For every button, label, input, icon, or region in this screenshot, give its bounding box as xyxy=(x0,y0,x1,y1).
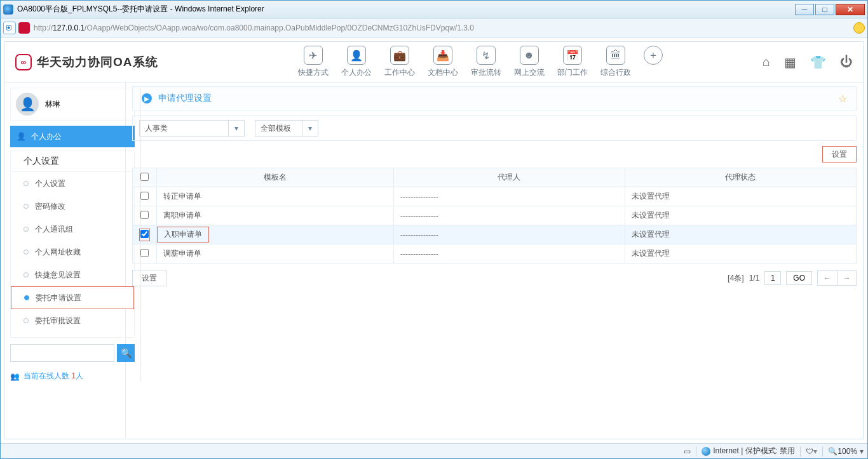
row-checkbox[interactable] xyxy=(140,211,149,219)
nav-label: 网上交流 xyxy=(514,67,545,78)
cell-status: 未设置代理 xyxy=(625,225,856,244)
plus-icon: ＋ xyxy=(644,46,663,65)
chevron-down-icon[interactable]: ▾ xyxy=(302,120,318,136)
nav-label: 快捷方式 xyxy=(298,67,329,78)
building-icon: 🏛 xyxy=(606,46,625,65)
home-icon[interactable]: ⌂ xyxy=(763,55,770,70)
nav-add[interactable]: ＋ xyxy=(644,46,663,78)
prev-page-button[interactable]: ← xyxy=(818,271,837,285)
site-favicon xyxy=(18,22,30,34)
category-value[interactable] xyxy=(139,120,228,136)
nav-label: 综合行政 xyxy=(600,67,631,78)
url-field[interactable]: http://127.0.0.1/OAapp/WebObjects/OAapp.… xyxy=(34,23,848,32)
panel-title: 申请代理设置 xyxy=(158,93,212,104)
sidebar-item-label: 个人网址收藏 xyxy=(35,247,81,258)
row-checkbox[interactable] xyxy=(140,249,149,257)
brand: ∞ 华天动力协同OA系统 xyxy=(15,54,158,70)
nav-label: 工作中心 xyxy=(384,67,415,78)
nav-personal[interactable]: 👤个人办公 xyxy=(341,46,372,78)
cell-template: 转正申请单 xyxy=(157,187,394,206)
nav-label: 审批流转 xyxy=(471,67,501,78)
sidebar-group-title[interactable]: 个人设置 xyxy=(11,150,134,172)
paper-plane-icon: ✈ xyxy=(304,46,323,65)
col-template: 模板名 xyxy=(157,168,394,187)
user-fill-icon: 👤 xyxy=(17,132,26,141)
nav-work-center[interactable]: 💼工作中心 xyxy=(384,46,415,78)
sidebar-section-label: 个人办公 xyxy=(31,131,62,142)
protected-mode-icon[interactable]: 🛡 xyxy=(806,447,813,456)
table-row[interactable]: 入职申请单---------------未设置代理 xyxy=(133,225,857,244)
sidebar-search-input[interactable] xyxy=(10,344,114,362)
sidebar-item[interactable]: 个人设置 xyxy=(11,172,134,195)
power-icon[interactable]: ⏻ xyxy=(840,55,853,70)
nav-approval[interactable]: ↯审批流转 xyxy=(471,46,501,78)
apps-icon[interactable]: ▦ xyxy=(784,55,796,70)
window-titlebar: OA8000平台版_FPLMYSQL5--委托申请设置 - Windows In… xyxy=(1,1,867,18)
go-button[interactable]: GO xyxy=(786,271,812,285)
top-nav: ✈快捷方式 👤个人办公 💼工作中心 📥文档中心 ↯审批流转 ☻网上交流 📅部门工… xyxy=(298,46,663,78)
sidebar-item[interactable]: 快捷意见设置 xyxy=(11,263,134,286)
favorite-star-icon[interactable]: ☆ xyxy=(838,93,847,105)
security-shield-icon[interactable]: ⛨ xyxy=(3,22,16,34)
bullet-icon xyxy=(24,204,29,209)
bullet-icon xyxy=(24,318,29,323)
url-scheme: http:// xyxy=(34,23,53,32)
nav-department[interactable]: 📅部门工作 xyxy=(557,46,588,78)
settings-button-bottom[interactable]: 设置 xyxy=(132,270,166,286)
filter-bar: ▾ ▾ xyxy=(132,116,857,141)
online-suffix: 人 xyxy=(76,371,83,380)
nav-admin[interactable]: 🏛综合行政 xyxy=(600,46,631,78)
globe-icon xyxy=(702,447,710,456)
page-input[interactable] xyxy=(764,271,781,285)
nav-communication[interactable]: ☻网上交流 xyxy=(514,46,545,78)
sidebar-item[interactable]: 密码修改 xyxy=(11,195,134,218)
sidebar-item[interactable]: 委托申请设置 xyxy=(11,286,134,309)
flow-icon: ↯ xyxy=(477,46,496,65)
nav-shortcut[interactable]: ✈快捷方式 xyxy=(298,46,329,78)
select-all-checkbox[interactable] xyxy=(140,173,149,181)
ie-status-bar: ▭ Internet | 保护模式: 禁用 🛡 ▾ 🔍 100% ▾ xyxy=(1,443,867,458)
minimize-button[interactable]: ─ xyxy=(795,4,814,15)
row-checkbox[interactable] xyxy=(140,192,149,200)
online-count: 👥 当前在线人数 1人 xyxy=(10,371,135,382)
close-button[interactable]: ✕ xyxy=(836,4,865,15)
nav-label: 部门工作 xyxy=(557,67,588,78)
nav-label: 个人办公 xyxy=(341,67,372,78)
col-status: 代理状态 xyxy=(625,168,856,187)
popup-blocker-icon[interactable]: ▭ xyxy=(684,447,691,456)
sidebar-item[interactable]: 委托审批设置 xyxy=(11,309,134,332)
maximize-button[interactable]: □ xyxy=(815,4,834,15)
cell-status: 未设置代理 xyxy=(625,187,856,206)
record-count: [4条] xyxy=(728,273,743,284)
chevron-down-icon[interactable]: ▾ xyxy=(228,120,245,136)
pager: ← → xyxy=(817,270,857,286)
sidebar-item[interactable]: 收藏夹维护 xyxy=(11,332,134,337)
nav-doc-center[interactable]: 📥文档中心 xyxy=(428,46,458,78)
sidebar-scrollbar[interactable] xyxy=(140,88,140,382)
template-select[interactable]: ▾ xyxy=(255,120,318,136)
table-row[interactable]: 转正申请单---------------未设置代理 xyxy=(133,187,857,206)
sidebar-item-label: 个人设置 xyxy=(35,178,65,189)
category-select[interactable]: ▾ xyxy=(139,120,245,136)
chat-icon: ☻ xyxy=(520,46,539,65)
user-box[interactable]: 👤 林琳 xyxy=(10,88,135,121)
cell-agent: --------------- xyxy=(394,187,625,206)
table-row[interactable]: 调薪申请单---------------未设置代理 xyxy=(133,244,857,263)
sidebar-section-personal[interactable]: 👤 个人办公 xyxy=(10,126,135,147)
compat-view-icon[interactable] xyxy=(853,22,865,34)
calendar-icon: 📅 xyxy=(563,46,582,65)
sidebar-item[interactable]: 个人网址收藏 xyxy=(11,241,134,263)
settings-button-top[interactable]: 设置 xyxy=(822,146,857,163)
sidebar-item[interactable]: 个人通讯组 xyxy=(11,218,134,241)
template-value[interactable] xyxy=(255,120,302,136)
cell-template: 调薪申请单 xyxy=(157,244,394,263)
theme-icon[interactable]: 👕 xyxy=(810,55,826,70)
next-page-button[interactable]: → xyxy=(837,271,856,285)
bullet-icon xyxy=(24,181,29,186)
zoom-icon[interactable]: 🔍 xyxy=(828,447,837,456)
bullet-icon xyxy=(24,227,29,232)
cell-agent: --------------- xyxy=(394,225,625,244)
row-checkbox[interactable] xyxy=(140,230,149,238)
table-row[interactable]: 离职申请单---------------未设置代理 xyxy=(133,206,857,225)
cell-template: 离职申请单 xyxy=(157,206,394,225)
